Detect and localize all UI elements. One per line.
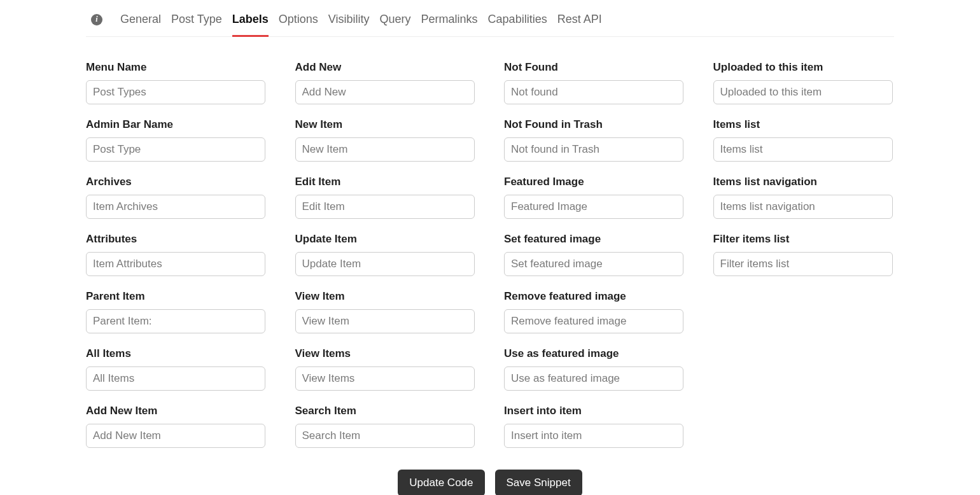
field-filter-items-list: Filter items list (713, 233, 895, 276)
field-label: Attributes (86, 233, 267, 246)
field-edit-item: Edit Item (295, 176, 477, 219)
field-label: Set featured image (504, 233, 685, 246)
field-label: View Items (295, 347, 477, 360)
field-label: Not Found in Trash (504, 118, 685, 131)
input-items-list[interactable] (713, 137, 893, 162)
form-column: Add New New Item Edit Item Update Item V… (295, 61, 477, 462)
update-code-button[interactable]: Update Code (398, 470, 484, 495)
form-column: Uploaded to this item Items list Items l… (713, 61, 895, 462)
input-featured-image[interactable] (504, 195, 683, 219)
tab-general[interactable]: General (120, 9, 161, 30)
input-uploaded-to-item[interactable] (713, 80, 893, 104)
field-view-items: View Items (295, 347, 477, 391)
input-use-as-featured-image[interactable] (504, 366, 683, 391)
save-snippet-button[interactable]: Save Snippet (495, 470, 582, 495)
field-add-new-item: Add New Item (86, 405, 267, 448)
field-items-list: Items list (713, 118, 895, 162)
tabs-bar: i General Post Type Labels Options Visib… (86, 9, 894, 37)
input-search-item[interactable] (295, 424, 475, 448)
input-not-found[interactable] (504, 80, 683, 104)
input-admin-bar-name[interactable] (86, 137, 265, 162)
labels-panel: i General Post Type Labels Options Visib… (86, 0, 894, 495)
input-view-items[interactable] (295, 366, 475, 391)
input-parent-item[interactable] (86, 309, 265, 333)
input-view-item[interactable] (295, 309, 475, 333)
tab-visibility[interactable]: Visibility (328, 9, 370, 30)
field-new-item: New Item (295, 118, 477, 162)
input-menu-name[interactable] (86, 80, 265, 104)
input-update-item[interactable] (295, 252, 475, 276)
tab-options[interactable]: Options (279, 9, 318, 30)
input-all-items[interactable] (86, 366, 265, 391)
input-edit-item[interactable] (295, 195, 475, 219)
labels-form-grid: Menu Name Admin Bar Name Archives Attrib… (86, 37, 894, 462)
field-label: Search Item (295, 405, 477, 417)
field-label: Add New (295, 61, 477, 74)
field-label: Featured Image (504, 176, 685, 188)
form-column: Not Found Not Found in Trash Featured Im… (504, 61, 685, 462)
field-label: Use as featured image (504, 347, 685, 360)
input-set-featured-image[interactable] (504, 252, 683, 276)
input-archives[interactable] (86, 195, 265, 219)
field-label: New Item (295, 118, 477, 131)
field-label: Admin Bar Name (86, 118, 267, 131)
field-not-found-trash: Not Found in Trash (504, 118, 685, 162)
field-label: Edit Item (295, 176, 477, 188)
field-archives: Archives (86, 176, 267, 219)
tab-rest-api[interactable]: Rest API (557, 9, 602, 30)
field-label: Update Item (295, 233, 477, 246)
input-items-list-navigation[interactable] (713, 195, 893, 219)
field-add-new: Add New (295, 61, 477, 104)
field-label: Add New Item (86, 405, 267, 417)
info-icon[interactable]: i (91, 14, 102, 25)
field-search-item: Search Item (295, 405, 477, 448)
field-label: Not Found (504, 61, 685, 74)
field-admin-bar-name: Admin Bar Name (86, 118, 267, 162)
field-all-items: All Items (86, 347, 267, 391)
field-featured-image: Featured Image (504, 176, 685, 219)
field-view-item: View Item (295, 290, 477, 333)
input-insert-into-item[interactable] (504, 424, 683, 448)
tab-capabilities[interactable]: Capabilities (488, 9, 547, 30)
field-attributes: Attributes (86, 233, 267, 276)
input-new-item[interactable] (295, 137, 475, 162)
field-label: Uploaded to this item (713, 61, 895, 74)
field-parent-item: Parent Item (86, 290, 267, 333)
tab-labels[interactable]: Labels (232, 9, 269, 30)
input-attributes[interactable] (86, 252, 265, 276)
input-filter-items-list[interactable] (713, 252, 893, 276)
field-set-featured-image: Set featured image (504, 233, 685, 276)
field-label: Insert into item (504, 405, 685, 417)
field-label: View Item (295, 290, 477, 303)
tab-query[interactable]: Query (380, 9, 411, 30)
input-remove-featured-image[interactable] (504, 309, 683, 333)
field-label: Parent Item (86, 290, 267, 303)
field-remove-featured-image: Remove featured image (504, 290, 685, 333)
field-label: Remove featured image (504, 290, 685, 303)
actions-bar: Update Code Save Snippet (86, 462, 894, 495)
input-add-new[interactable] (295, 80, 475, 104)
tab-post-type[interactable]: Post Type (171, 9, 222, 30)
field-label: All Items (86, 347, 267, 360)
field-label: Items list navigation (713, 176, 895, 188)
field-not-found: Not Found (504, 61, 685, 104)
field-use-as-featured-image: Use as featured image (504, 347, 685, 391)
field-update-item: Update Item (295, 233, 477, 276)
field-uploaded-to-item: Uploaded to this item (713, 61, 895, 104)
field-label: Filter items list (713, 233, 895, 246)
input-add-new-item[interactable] (86, 424, 265, 448)
field-label: Items list (713, 118, 895, 131)
field-menu-name: Menu Name (86, 61, 267, 104)
field-label: Menu Name (86, 61, 267, 74)
form-column: Menu Name Admin Bar Name Archives Attrib… (86, 61, 267, 462)
tab-permalinks[interactable]: Permalinks (421, 9, 478, 30)
input-not-found-trash[interactable] (504, 137, 683, 162)
field-insert-into-item: Insert into item (504, 405, 685, 448)
field-items-list-navigation: Items list navigation (713, 176, 895, 219)
field-label: Archives (86, 176, 267, 188)
